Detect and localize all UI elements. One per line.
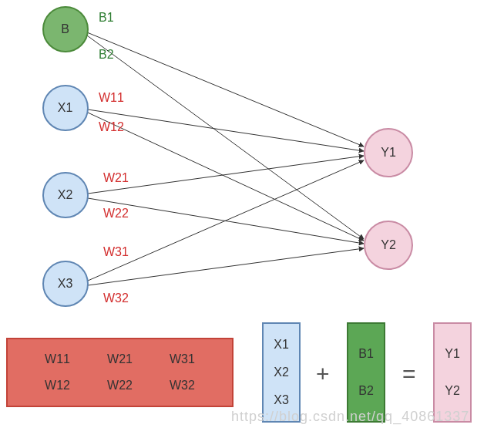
node-x1-label: X1 [58, 101, 73, 115]
vector-b: B1 B2 [347, 322, 385, 423]
label-w22: W22 [103, 207, 129, 221]
node-x3-label: X3 [58, 277, 73, 291]
label-w12: W12 [99, 120, 124, 134]
vector-x: X1 X2 X3 [262, 322, 301, 423]
node-y1-label: Y1 [381, 146, 396, 160]
edge-b-y1 [87, 32, 364, 147]
node-x1: X1 [42, 85, 89, 131]
b-cell: B1 [358, 347, 374, 361]
label-w31: W31 [103, 245, 129, 259]
plus-operator: + [316, 361, 330, 387]
edge-x3-y2 [88, 248, 364, 285]
y-cell: Y1 [445, 347, 460, 361]
w-cell: W31 [170, 352, 195, 366]
label-w11: W11 [99, 91, 124, 105]
label-w21: W21 [103, 171, 129, 185]
node-b: B [42, 6, 89, 52]
edge-x3-y1 [88, 160, 364, 281]
node-b-label: B [61, 22, 69, 36]
w-cell: W12 [45, 379, 70, 393]
watermark: https://blog.csdn.net/qq_40861337 [231, 409, 469, 425]
label-w32: W32 [103, 291, 129, 305]
node-y2-label: Y2 [381, 238, 396, 252]
w-cell: W21 [107, 352, 133, 366]
label-b1: B1 [99, 11, 114, 25]
node-y2: Y2 [364, 221, 413, 270]
vector-y: Y1 Y2 [433, 322, 472, 423]
w-cell: W22 [107, 379, 133, 393]
edge-x1-y1 [88, 110, 364, 151]
node-x2: X2 [42, 172, 89, 218]
w-cell: W11 [45, 352, 70, 366]
x-cell: X1 [274, 338, 289, 352]
y-cell: Y2 [445, 384, 460, 398]
edge-x1-y2 [88, 113, 364, 241]
edge-x2-y1 [88, 156, 364, 194]
matrix-w: W11 W21 W31 W12 W22 W32 [6, 338, 234, 407]
label-b2: B2 [99, 48, 114, 62]
node-x2-label: X2 [58, 188, 73, 202]
node-x3: X3 [42, 261, 89, 307]
w-cell: W32 [170, 379, 195, 393]
equals-operator: = [402, 361, 416, 387]
b-cell: B2 [358, 384, 374, 398]
node-y1: Y1 [364, 128, 413, 177]
x-cell: X3 [274, 393, 289, 407]
x-cell: X2 [274, 366, 289, 379]
